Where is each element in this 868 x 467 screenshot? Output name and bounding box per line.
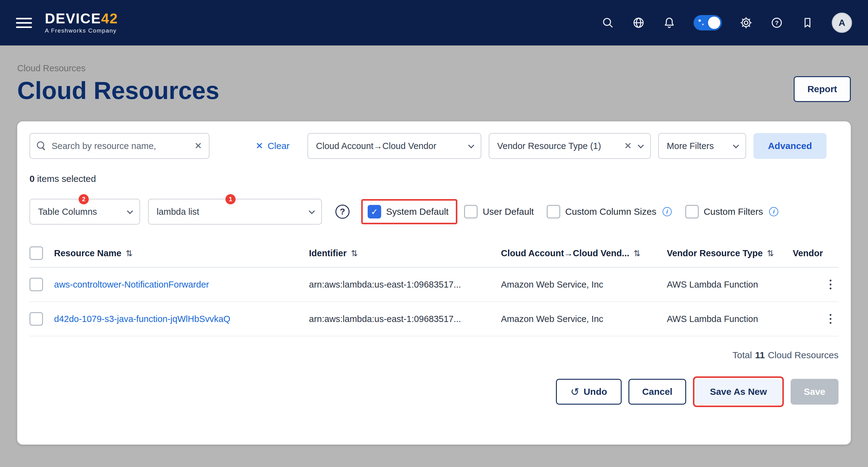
navbar-actions: ? A [601,12,852,33]
custom-column-sizes-group: Custom Column Sizes i [547,205,672,218]
logo-accent-text: 42 [101,10,118,26]
top-navbar: DEVICE42 A Freshworks Company ? A [0,0,868,45]
vendor-resource-type-cell: AWS Lambda Function [667,314,758,324]
page-header: Cloud Resources Cloud Resources Report [0,45,868,104]
remove-filter-icon[interactable]: ✕ [624,141,632,151]
column-label: Identifier [309,248,346,258]
table-row: d42do-1079-s3-java-function-jqWlHbSvvkaQ… [30,302,838,336]
clear-filters-link[interactable]: ✕ Clear [255,141,290,151]
theme-toggle[interactable] [693,15,722,30]
total-count: 11 [755,350,765,360]
info-icon[interactable]: i [662,207,672,216]
save-as-new-button[interactable]: Save As New [696,379,781,404]
custom-column-sizes-label: Custom Column Sizes [565,207,656,217]
search-input-wrapper: ✕ [30,133,210,159]
selection-summary: 0items selected [30,174,838,184]
globe-icon[interactable] [632,16,645,29]
sort-icon[interactable]: ⇅ [351,249,358,258]
column-label: Vendor Resource Type [667,248,763,258]
vendor-resource-type-dropdown[interactable]: Vendor Resource Type (1) ✕ [489,133,651,159]
row-actions-kebab-icon[interactable] [824,310,837,328]
undo-button[interactable]: ↺ Undo [556,379,622,405]
more-filters-dropdown[interactable]: More Filters [658,133,746,159]
search-icon [37,141,46,151]
menu-icon[interactable] [16,18,32,28]
filter-bar: ✕ ✕ Clear Cloud Account→Cloud Vendor Ven… [30,133,838,159]
svg-text:?: ? [775,20,779,26]
sort-icon[interactable]: ⇅ [126,249,133,258]
system-default-checkbox[interactable]: ✓ [368,205,381,218]
toggle-dot [702,24,704,25]
user-default-label: User Default [483,207,534,217]
chevron-down-icon [638,142,644,148]
advanced-button[interactable]: Advanced [753,133,827,159]
report-button[interactable]: Report [794,76,851,102]
sort-icon[interactable]: ⇅ [767,249,774,258]
cancel-button[interactable]: Cancel [628,379,686,405]
device42-logo[interactable]: DEVICE42 A Freshworks Company [45,11,118,34]
check-icon: ✓ [371,207,378,217]
logo-text: DEVICE [45,10,101,26]
undo-label: Undo [584,386,607,397]
identifier-cell: arn:aws:lambda:us-east-1:09683517... [309,314,461,324]
saved-view-dropdown[interactable]: lambda list 1 [148,199,322,225]
row-checkbox[interactable] [30,278,43,291]
cloud-account-cell: Amazon Web Service, Inc [501,280,603,290]
column-header-resource-name[interactable]: Resource Name ⇅ [54,248,309,258]
search-input[interactable] [52,141,189,151]
dropdown-label: Cloud Account→Cloud Vendor [316,141,462,151]
custom-filters-checkbox[interactable] [685,205,699,218]
cloud-account-vendor-dropdown[interactable]: Cloud Account→Cloud Vendor [307,133,481,159]
column-header-vendor-resource-type[interactable]: Vendor Resource Type ⇅ [667,248,793,258]
save-button[interactable]: Save [790,379,838,405]
cloud-resources-card: ✕ ✕ Clear Cloud Account→Cloud Vendor Ven… [17,121,851,444]
identifier-cell: arn:aws:lambda:us-east-1:09683517... [309,280,461,290]
toggle-knob [708,17,720,29]
toggle-dot [699,19,701,22]
table-columns-dropdown[interactable]: Table Columns 2 [30,199,140,225]
row-checkbox[interactable] [30,312,43,326]
row-actions-kebab-icon[interactable] [824,276,837,293]
info-icon[interactable]: i [769,207,778,216]
table-header-row: Resource Name ⇅ Identifier ⇅ Cloud Accou… [30,239,838,268]
total-count-row: Total11Cloud Resources [30,350,838,361]
avatar[interactable]: A [832,12,852,33]
view-controls: Table Columns 2 lambda list 1 ? ✓ System… [30,199,838,225]
help-icon[interactable]: ? [770,16,783,29]
dropdown-label: Vendor Resource Type (1) [497,141,618,151]
avatar-initial: A [838,18,845,28]
resource-name-link[interactable]: d42do-1079-s3-java-function-jqWlHbSvvkaQ [54,314,230,324]
custom-filters-label: Custom Filters [704,207,763,217]
total-suffix: Cloud Resources [768,350,838,360]
column-header-vendor-clipped[interactable]: Vendor [793,248,851,258]
select-all-checkbox[interactable] [30,246,43,260]
resources-table: Resource Name ⇅ Identifier ⇅ Cloud Accou… [30,239,838,336]
bookmark-icon[interactable] [801,16,814,29]
search-icon[interactable] [601,16,614,29]
selected-label: items selected [37,174,96,184]
column-header-cloud-account[interactable]: Cloud Account→Cloud Vend... ⇅ [501,248,667,258]
gear-icon[interactable] [740,16,752,29]
sort-icon[interactable]: ⇅ [633,249,641,258]
dropdown-label: More Filters [667,141,727,151]
custom-column-sizes-checkbox[interactable] [547,205,560,218]
custom-filters-group: Custom Filters i [685,205,778,218]
cloud-account-cell: Amazon Web Service, Inc [501,314,603,324]
help-circle-icon[interactable]: ? [335,205,349,219]
bell-icon[interactable] [663,16,676,29]
selected-count: 0 [30,174,35,184]
card-actions: ↺ Undo Cancel Save As New Save [30,376,838,407]
user-default-checkbox[interactable] [464,205,477,218]
dropdown-label: Table Columns [38,207,121,217]
chevron-down-icon [309,208,315,214]
resource-name-link[interactable]: aws-controltower-NotificationForwarder [54,280,209,290]
column-header-identifier[interactable]: Identifier ⇅ [309,248,501,258]
table-columns-badge: 2 [79,194,89,204]
undo-icon: ↺ [570,385,579,398]
breadcrumb[interactable]: Cloud Resources [17,63,85,73]
column-label: Resource Name [54,248,121,258]
clear-label: Clear [268,141,290,151]
chevron-down-icon [127,208,133,214]
column-label: Vendor [793,248,823,258]
search-clear-icon[interactable]: ✕ [194,141,202,151]
